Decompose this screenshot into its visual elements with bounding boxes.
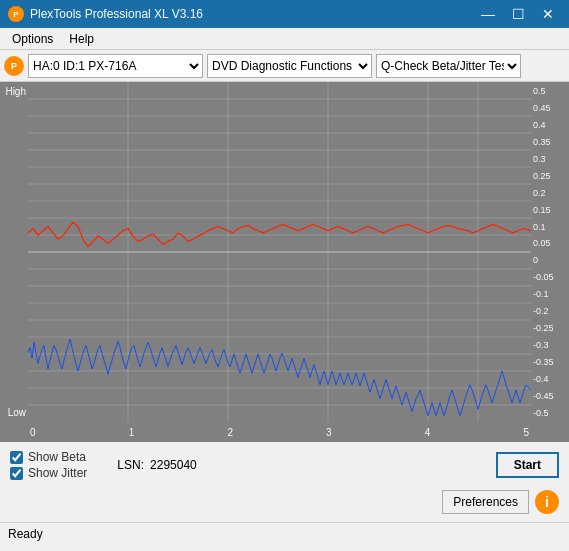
test-select[interactable]: Q-Check Beta/Jitter Test (376, 54, 521, 78)
lsn-value: 2295040 (150, 458, 197, 472)
y-axis-right: 0.5 0.45 0.4 0.35 0.3 0.25 0.2 0.15 0.1 … (531, 82, 569, 422)
menu-help[interactable]: Help (61, 30, 102, 48)
menu-bar: Options Help (0, 28, 569, 50)
toolbar: P HA:0 ID:1 PX-716A DVD Diagnostic Funct… (0, 50, 569, 82)
window-title: PlexTools Professional XL V3.16 (30, 7, 203, 21)
status-text: Ready (8, 527, 43, 541)
show-beta-label: Show Beta (28, 450, 86, 464)
chart-plot-area (28, 82, 531, 422)
start-button[interactable]: Start (496, 452, 559, 478)
function-select[interactable]: DVD Diagnostic Functions (207, 54, 372, 78)
close-button[interactable]: ✕ (535, 4, 561, 24)
bottom-row-controls: Show Beta Show Jitter LSN: 2295040 Start (10, 450, 559, 480)
menu-options[interactable]: Options (4, 30, 61, 48)
minimize-button[interactable]: — (475, 4, 501, 24)
y-axis-left: High Low (0, 82, 28, 422)
info-button[interactable]: i (535, 490, 559, 514)
chart-container: High Low (0, 82, 569, 422)
show-jitter-checkbox[interactable] (10, 467, 23, 480)
app-icon: P (8, 6, 24, 22)
status-bar: Ready (0, 522, 569, 544)
y-left-high: High (2, 86, 26, 97)
x-axis-labels: 0 1 2 3 4 5 (28, 427, 531, 438)
button-section: Start (496, 452, 559, 478)
chart-svg (28, 82, 531, 422)
show-beta-row: Show Beta (10, 450, 87, 464)
lsn-section: LSN: 2295040 (117, 458, 196, 472)
show-jitter-row: Show Jitter (10, 466, 87, 480)
x-label-0: 0 (30, 427, 36, 438)
show-jitter-label: Show Jitter (28, 466, 87, 480)
x-label-2: 2 (227, 427, 233, 438)
lsn-label: LSN: (117, 458, 144, 472)
show-beta-checkbox[interactable] (10, 451, 23, 464)
drive-icon: P (4, 56, 24, 76)
beta-line (28, 222, 531, 246)
preferences-button[interactable]: Preferences (442, 490, 529, 514)
y-left-low: Low (2, 407, 26, 418)
drive-select[interactable]: HA:0 ID:1 PX-716A (28, 54, 203, 78)
bottom-panel: Show Beta Show Jitter LSN: 2295040 Start… (0, 442, 569, 522)
title-bar: P PlexTools Professional XL V3.16 — ☐ ✕ (0, 0, 569, 28)
jitter-line (28, 339, 531, 416)
x-label-1: 1 (129, 427, 135, 438)
x-label-4: 4 (425, 427, 431, 438)
maximize-button[interactable]: ☐ (505, 4, 531, 24)
bottom-row-prefs: Preferences i (10, 490, 559, 514)
x-label-3: 3 (326, 427, 332, 438)
x-axis: 0 1 2 3 4 5 (0, 422, 569, 442)
x-label-5: 5 (523, 427, 529, 438)
checkboxes: Show Beta Show Jitter (10, 450, 87, 480)
